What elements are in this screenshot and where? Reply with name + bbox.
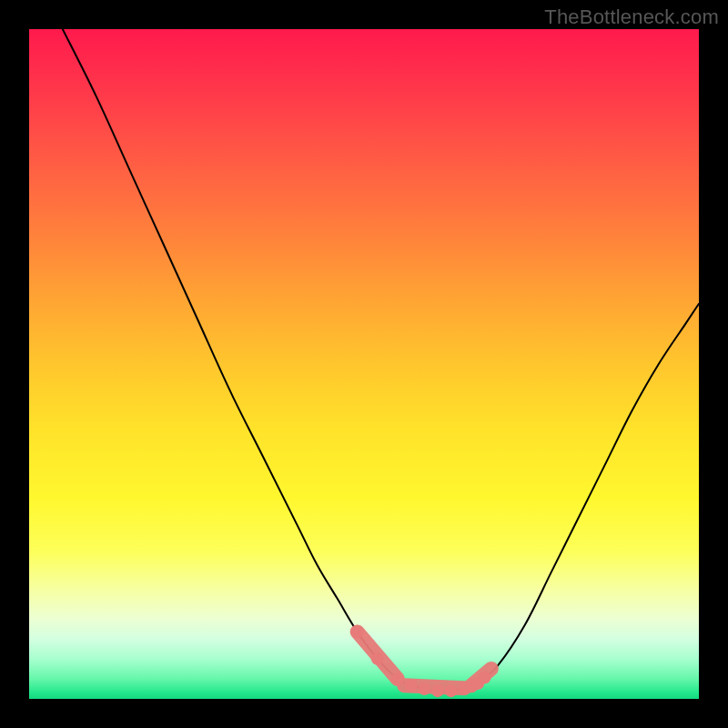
valley-marker — [405, 679, 418, 692]
valley-marker — [371, 652, 384, 665]
marker-group — [351, 625, 491, 697]
bottleneck-curve — [63, 29, 699, 692]
chart-stage: TheBottleneck.com — [0, 0, 728, 728]
plot-area — [29, 29, 699, 699]
valley-marker — [391, 672, 404, 685]
valley-marker — [445, 684, 458, 697]
series-group — [63, 29, 699, 692]
valley-marker — [431, 684, 444, 697]
valley-marker — [478, 671, 490, 683]
curve-layer — [29, 29, 699, 699]
valley-marker — [351, 625, 364, 638]
attribution-text: TheBottleneck.com — [544, 5, 719, 29]
valley-marker — [418, 682, 430, 695]
